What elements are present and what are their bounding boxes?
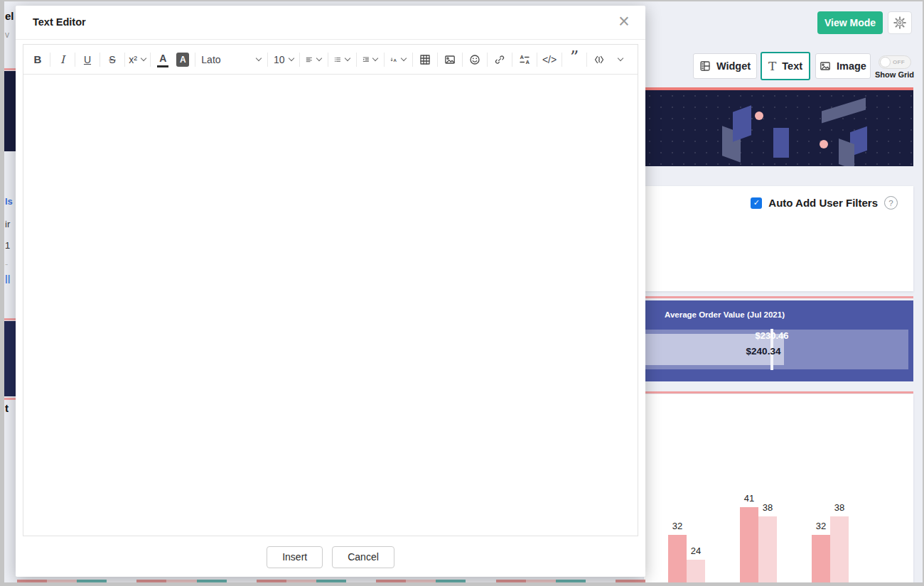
insert-button[interactable]: Insert bbox=[267, 546, 323, 568]
auto-add-user-filters-label: Auto Add User Filters bbox=[768, 197, 878, 209]
superscript-dropdown[interactable]: x² bbox=[127, 49, 148, 70]
strip-segment bbox=[17, 580, 47, 583]
chevron-down-icon bbox=[372, 55, 378, 61]
list-dropdown[interactable] bbox=[331, 49, 354, 70]
fields-button[interactable]: A A bbox=[515, 49, 534, 70]
indent-dropdown[interactable] bbox=[359, 49, 382, 70]
banner-widget[interactable] bbox=[644, 87, 913, 166]
widget-divider bbox=[644, 391, 913, 394]
settings-button[interactable] bbox=[888, 11, 912, 34]
strikethrough-button[interactable]: S bbox=[102, 49, 122, 70]
strip-segment bbox=[586, 580, 616, 583]
bar bbox=[830, 516, 849, 585]
bar-value-label: 38 bbox=[824, 502, 854, 513]
strip-segment bbox=[316, 580, 346, 583]
link-icon bbox=[494, 54, 505, 65]
strip-segment bbox=[197, 580, 227, 583]
edge-widget-sliver bbox=[4, 321, 16, 396]
auto-add-user-filters-checkbox[interactable]: ✓ bbox=[751, 197, 762, 209]
font-color-button[interactable]: A bbox=[153, 49, 173, 70]
banner-shape bbox=[822, 98, 866, 124]
highlight-color-button[interactable]: A bbox=[173, 49, 193, 70]
chevron-down-icon bbox=[256, 55, 262, 61]
help-icon[interactable]: ? bbox=[884, 196, 898, 210]
bar bbox=[668, 535, 687, 585]
edge-divider bbox=[4, 318, 16, 320]
toolbar-more-dropdown[interactable] bbox=[609, 49, 629, 70]
insert-widget-label: Widget bbox=[716, 60, 751, 72]
text-spacing-dropdown[interactable]: A bbox=[387, 49, 410, 70]
editor-box: B I U S x² A A Lato bbox=[23, 44, 638, 536]
strip-segment bbox=[556, 580, 586, 583]
link-button[interactable] bbox=[490, 49, 510, 70]
insert-text-button[interactable]: T Text bbox=[761, 52, 810, 80]
bullet-list-icon bbox=[334, 54, 341, 65]
align-dropdown[interactable] bbox=[302, 49, 326, 70]
code-block-icon bbox=[593, 54, 605, 65]
bar-value-label: 24 bbox=[681, 546, 711, 556]
text-editor-modal: Text Editor × B I U S x² A bbox=[16, 6, 645, 577]
cancel-button[interactable]: Cancel bbox=[332, 546, 394, 568]
average-order-value-widget[interactable]: Average Order Value (Jul 2021) $230.46 $… bbox=[644, 300, 913, 381]
edge-fragment: - bbox=[5, 259, 16, 269]
edge-fragment: v bbox=[5, 30, 16, 40]
insert-widget-button[interactable]: Widget bbox=[693, 53, 757, 79]
grouped-bar-chart[interactable]: 322441383238 bbox=[644, 394, 913, 585]
edge-fragment: el bbox=[5, 10, 16, 22]
bar bbox=[687, 560, 705, 585]
strip-segment bbox=[526, 580, 556, 583]
banner-shape bbox=[733, 105, 751, 141]
text-tool-icon: T bbox=[768, 59, 776, 73]
edge-divider bbox=[4, 398, 16, 400]
modal-header: Text Editor × bbox=[16, 6, 645, 40]
widget-divider bbox=[644, 296, 913, 298]
banner-dot bbox=[820, 140, 828, 148]
align-icon bbox=[306, 54, 313, 65]
italic-button[interactable]: I bbox=[53, 49, 72, 70]
blockquote-button[interactable]: ” bbox=[564, 49, 584, 70]
chevron-down-icon bbox=[316, 55, 322, 61]
banner-dot bbox=[755, 112, 763, 120]
view-mode-button[interactable]: View Mode bbox=[817, 11, 883, 34]
bar bbox=[740, 507, 758, 585]
check-icon: ✓ bbox=[753, 198, 760, 207]
edge-fragment: ir bbox=[5, 219, 16, 229]
rich-text-toolbar: B I U S x² A A Lato bbox=[23, 45, 638, 75]
underline-button[interactable]: U bbox=[77, 49, 97, 70]
edge-fragment: ls bbox=[5, 196, 16, 207]
insert-image-button[interactable]: Image bbox=[815, 53, 871, 79]
font-family-dropdown[interactable]: Lato bbox=[198, 49, 265, 70]
bold-button[interactable]: B bbox=[28, 49, 48, 70]
close-icon[interactable]: × bbox=[613, 10, 635, 33]
banner-shape bbox=[773, 128, 789, 158]
strip-segment bbox=[47, 580, 77, 583]
strip-segment bbox=[466, 580, 495, 583]
emoji-icon bbox=[469, 54, 480, 65]
code-block-button[interactable] bbox=[589, 49, 609, 70]
code-button[interactable]: </> bbox=[539, 49, 559, 70]
strip-segment bbox=[436, 580, 466, 583]
indent-icon bbox=[362, 54, 370, 65]
image-icon bbox=[820, 60, 831, 72]
editor-content-area[interactable] bbox=[23, 75, 638, 536]
table-button[interactable] bbox=[415, 49, 435, 70]
insert-text-label: Text bbox=[782, 60, 802, 72]
bar bbox=[812, 535, 830, 585]
insert-image-button-toolbar[interactable] bbox=[440, 49, 460, 70]
show-grid-toggle[interactable]: OFF bbox=[879, 55, 911, 69]
show-grid-label: Show Grid bbox=[875, 70, 914, 79]
bar bbox=[758, 516, 777, 585]
fields-icon: A A bbox=[519, 54, 530, 65]
svg-text:A: A bbox=[520, 54, 525, 60]
emoji-button[interactable] bbox=[465, 49, 485, 70]
chevron-down-icon bbox=[617, 55, 623, 61]
font-size-dropdown[interactable]: 10 bbox=[270, 49, 297, 70]
edge-fragment: || bbox=[5, 273, 16, 283]
chevron-down-icon bbox=[288, 55, 294, 61]
chevron-down-icon bbox=[344, 55, 350, 61]
svg-text:A: A bbox=[526, 59, 530, 65]
modal-footer: Insert Cancel bbox=[16, 537, 645, 577]
gear-icon bbox=[893, 16, 907, 30]
text-spacing-icon: A bbox=[390, 54, 397, 65]
strip-segment bbox=[376, 580, 406, 583]
